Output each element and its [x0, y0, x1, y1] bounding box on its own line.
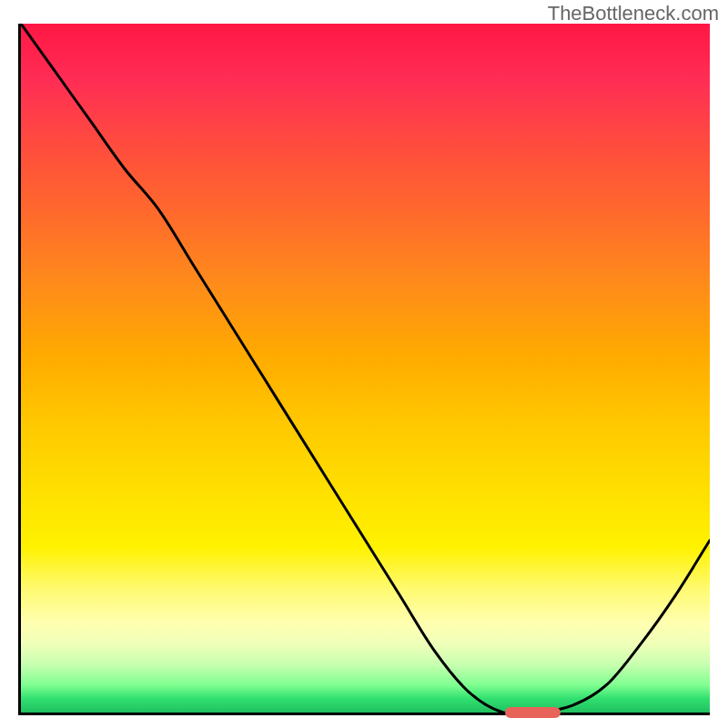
optimal-marker: [505, 707, 561, 718]
watermark-text: TheBottleneck.com: [548, 2, 719, 25]
bottleneck-curve: [21, 24, 710, 713]
chart-container: TheBottleneck.com: [0, 0, 728, 728]
curve-layer: [21, 24, 710, 713]
plot-area: [18, 24, 710, 715]
